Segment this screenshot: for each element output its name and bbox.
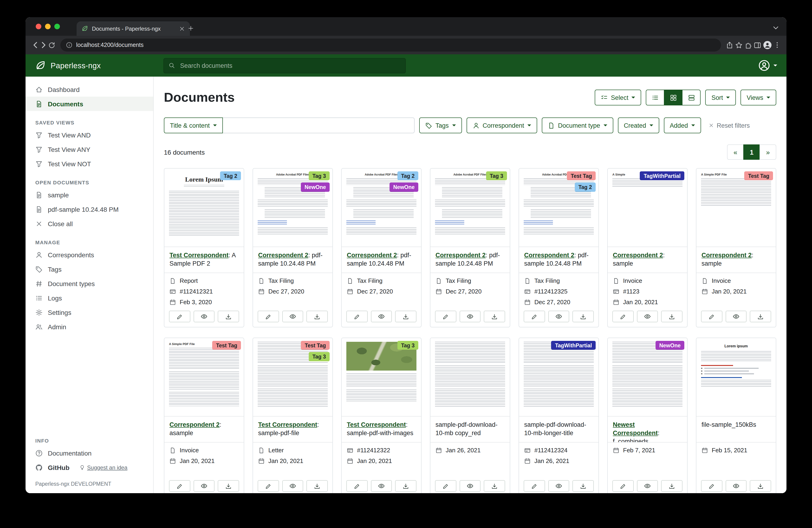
sidebar-item-admin[interactable]: Admin — [26, 319, 153, 334]
document-card[interactable]: TagWithPartial sample-pdf-download-10-mb… — [519, 338, 599, 493]
side-panel-icon[interactable] — [754, 41, 762, 49]
reload-button[interactable] — [48, 41, 56, 49]
list-view-button[interactable] — [646, 90, 665, 105]
extensions-icon[interactable] — [744, 41, 752, 49]
close-window-button[interactable] — [36, 24, 41, 29]
tag-badge[interactable]: TagWithPartial — [640, 171, 684, 181]
edit-button[interactable] — [169, 480, 190, 492]
document-thumbnail[interactable]: Adobe Acrobat PDF Files Tag 3NewOne — [253, 169, 332, 247]
site-info-icon[interactable] — [66, 42, 72, 48]
document-thumbnail[interactable]: Adobe Acrobat PDF Files Test TagTag 2 — [519, 169, 598, 247]
user-menu[interactable] — [758, 59, 777, 72]
edit-button[interactable] — [612, 311, 634, 322]
reset-filters-button[interactable]: Reset filters — [708, 122, 750, 129]
edit-button[interactable] — [169, 311, 190, 322]
correspondent-link[interactable]: Correspondent 2 — [170, 421, 220, 428]
select-button[interactable]: Select — [595, 90, 641, 105]
tag-badge[interactable]: Tag 3 — [397, 341, 418, 350]
profile-avatar-icon[interactable] — [763, 40, 772, 50]
address-bar[interactable]: localhost:4200/documents — [60, 39, 721, 52]
sidebar-item-sample[interactable]: sample — [26, 188, 153, 202]
edit-button[interactable] — [524, 311, 545, 322]
document-card[interactable]: Adobe Acrobat PDF Files Tag 3NewOne Corr… — [252, 168, 333, 327]
document-thumbnail[interactable]: Lorem Ipsum Tag 2 — [164, 169, 244, 247]
preview-button[interactable] — [193, 480, 215, 492]
document-thumbnail[interactable]: Test TagTag 3 — [253, 338, 332, 416]
preview-button[interactable] — [548, 311, 569, 322]
sidebar-item-correspondents[interactable]: Correspondents — [26, 247, 153, 262]
detail-view-button[interactable] — [682, 90, 701, 105]
correspondent-link[interactable]: Correspondent 2 — [524, 252, 574, 259]
preview-button[interactable] — [282, 311, 303, 322]
app-brand[interactable]: Paperless-ngx — [35, 60, 163, 71]
views-button[interactable]: Views — [740, 90, 776, 105]
document-thumbnail[interactable]: Adobe Acrobat PDF Files Tag 2NewOne — [342, 169, 421, 247]
sidebar-item-test-view-and[interactable]: Test View AND — [26, 128, 153, 142]
preview-button[interactable] — [637, 311, 658, 322]
download-button[interactable] — [573, 480, 594, 492]
next-page-button[interactable]: » — [759, 144, 776, 160]
edit-button[interactable] — [258, 480, 279, 492]
tag-badge[interactable]: NewOne — [301, 183, 330, 192]
filter-field-selector[interactable]: Title & content — [164, 117, 223, 133]
sidebar-item-test-view-not[interactable]: Test View NOT — [26, 157, 153, 171]
download-button[interactable] — [484, 480, 505, 492]
document-card[interactable]: A Simple PDF File Test Tag Correspondent… — [696, 168, 776, 327]
zoom-window-button[interactable] — [54, 24, 60, 29]
download-button[interactable] — [307, 311, 328, 322]
tab-close-icon[interactable] — [179, 25, 185, 32]
sort-button[interactable]: Sort — [706, 90, 736, 105]
document-thumbnail[interactable] — [430, 338, 510, 416]
tag-badge[interactable]: NewOne — [655, 341, 684, 350]
preview-button[interactable] — [548, 480, 569, 492]
download-button[interactable] — [218, 480, 239, 492]
tag-badge[interactable]: Tag 3 — [309, 352, 330, 361]
download-button[interactable] — [750, 311, 771, 322]
preview-button[interactable] — [371, 480, 392, 492]
preview-button[interactable] — [459, 480, 480, 492]
sidebar-item-documents[interactable]: Documents — [26, 97, 153, 111]
tag-badge[interactable]: Tag 3 — [486, 171, 507, 181]
edit-button[interactable] — [346, 311, 367, 322]
tag-badge[interactable]: Tag 2 — [575, 183, 596, 192]
filter-button-created[interactable]: Created — [618, 117, 659, 133]
tag-badge[interactable]: TagWithPartial — [551, 341, 596, 350]
prev-page-button[interactable]: « — [727, 144, 744, 160]
filter-button-added[interactable]: Added — [664, 117, 701, 133]
document-card[interactable]: Lorem ipsum file-sample_150kBs Feb 15, 2… — [696, 338, 776, 493]
edit-button[interactable] — [258, 311, 279, 322]
edit-button[interactable] — [524, 480, 545, 492]
correspondent-link[interactable]: Newest Correspondent — [613, 421, 658, 437]
document-card[interactable]: Lorem Ipsum Tag 2 Test Correspondent: A … — [164, 168, 244, 327]
share-icon[interactable] — [726, 41, 734, 49]
sidebar-item-github[interactable]: GitHub Suggest an idea — [26, 460, 153, 475]
sidebar-item-settings[interactable]: Settings — [26, 305, 153, 319]
grid-view-button[interactable] — [664, 90, 683, 105]
preview-button[interactable] — [371, 311, 392, 322]
download-button[interactable] — [661, 311, 682, 322]
document-card[interactable]: A Simple PDF File Test Tag Correspondent… — [164, 338, 244, 493]
tag-badge[interactable]: Test Tag — [213, 341, 241, 350]
document-card[interactable]: NewOne Newest Correspondent: f_combineds… — [607, 338, 687, 493]
minimize-window-button[interactable] — [45, 24, 50, 29]
correspondent-link[interactable]: Test Correspondent — [258, 421, 317, 428]
download-button[interactable] — [484, 311, 505, 322]
correspondent-link[interactable]: Correspondent 2 — [347, 252, 397, 259]
preview-button[interactable] — [725, 311, 746, 322]
tag-badge[interactable]: Tag 3 — [309, 171, 330, 181]
document-thumbnail[interactable]: Lorem ipsum — [696, 338, 776, 416]
correspondent-link[interactable]: Correspondent 2 — [613, 252, 663, 259]
document-card[interactable]: Test TagTag 3 Test Correspondent: sample… — [252, 338, 333, 493]
filter-query-input[interactable] — [223, 117, 415, 133]
edit-button[interactable] — [701, 311, 722, 322]
correspondent-link[interactable]: Correspondent 2 — [701, 252, 752, 259]
document-card[interactable]: Tag 3 Test Correspondent: sample-pdf-wit… — [341, 338, 422, 493]
edit-button[interactable] — [435, 480, 456, 492]
document-card[interactable]: Adobe Acrobat PDF Files Test TagTag 2 Co… — [519, 168, 599, 327]
download-button[interactable] — [307, 480, 328, 492]
tab-search-chevron-icon[interactable] — [772, 24, 780, 32]
sidebar-item-tags[interactable]: Tags — [26, 262, 153, 276]
filter-button-correspondent[interactable]: Correspondent — [466, 117, 537, 133]
browser-menu-icon[interactable] — [773, 41, 781, 49]
document-card[interactable]: sample-pdf-download-10-mb copy_red Jan 2… — [430, 338, 510, 493]
